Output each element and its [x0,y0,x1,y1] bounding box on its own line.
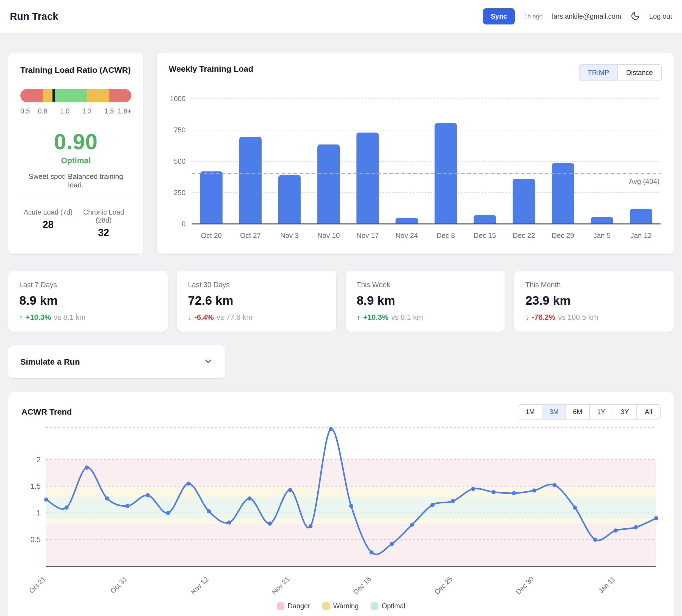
stat-delta: ↑+10.3%vs 8.1 km [357,313,494,322]
arrow-down-icon: ↓ [525,313,529,322]
stat-value: 23.9 km [525,293,663,308]
gauge-tick-label: 1.0 [60,107,69,115]
svg-text:0: 0 [182,220,185,228]
range-1m[interactable]: 1M [518,405,542,419]
stat-label: Last 30 Days [188,280,325,289]
stat-value: 72.6 km [188,293,325,308]
stat-comparison: vs 8.1 km [391,313,423,322]
trend-footer: Showing 31 days of data [21,615,661,616]
legend-item-warning: Warning [322,602,359,610]
svg-text:1000: 1000 [170,95,185,102]
svg-text:Jan 5: Jan 5 [593,232,611,239]
stat-value: 8.9 km [19,293,157,308]
svg-text:Nov 3: Nov 3 [280,232,299,239]
legend-label: Warning [333,602,359,610]
trend-card-title: ACWR Trend [21,407,72,416]
acwr-trend-card: ACWR Trend 1M3M6M1Y3YAll 0.511.52Oct 21O… [8,392,674,616]
stat-value: 8.9 km [357,293,494,308]
time-range-selector: 1M3M6M1Y3YAll [518,404,661,419]
acwr-loads: Acute Load (7d) 28 Chronic Load (28d) 32 [20,208,131,238]
chronic-load-label: Chronic Load (28d) [76,208,131,224]
svg-text:Nov 10: Nov 10 [317,232,340,239]
stat-delta-percent: +10.3% [363,313,389,322]
svg-text:Dec 16: Dec 16 [352,575,372,596]
svg-text:Jan 11: Jan 11 [597,575,617,595]
stat-delta: ↑+10.3%vs 8.1 km [19,313,157,322]
acwr-gauge [20,89,131,102]
svg-text:Oct 27: Oct 27 [240,232,261,239]
svg-text:Nov 21: Nov 21 [270,575,291,596]
metric-toggle: TRIMPDistance [579,64,662,81]
chronic-load-value: 32 [76,227,131,238]
acwr-value: 0.90 [20,129,131,154]
svg-text:Nov 12: Nov 12 [189,575,210,596]
svg-text:Avg (404): Avg (404) [629,178,659,185]
training-load-ratio-card: Training Load Ratio (ACWR) 0.50.81.01.31… [8,53,143,254]
gauge-current-marker [52,89,55,102]
stat-card-this-week: This Week8.9 km↑+10.3%vs 8.1 km [346,271,505,332]
stat-card-this-month: This Month23.9 km↓-76.2%vs 100.5 km [515,271,674,332]
acute-load: Acute Load (7d) 28 [20,208,76,238]
gauge-tick-label: 0.8 [38,107,47,115]
stat-label: This Month [525,280,663,289]
legend-item-danger: Danger [277,602,310,610]
dashboard: Training Load Ratio (ACWR) 0.50.81.01.31… [0,33,682,616]
weekly-training-load-card: Weekly Training Load TRIMPDistance 02505… [157,53,674,254]
range-3m[interactable]: 3M [542,405,566,419]
legend-label: Optimal [382,602,405,610]
stat-delta: ↓-6.4%vs 77.6 km [188,313,325,322]
svg-text:Jan 12: Jan 12 [630,232,652,239]
stat-comparison: vs 8.1 km [54,313,86,322]
range-all[interactable]: All [636,405,660,419]
range-6m[interactable]: 6M [566,405,589,419]
svg-text:Oct 31: Oct 31 [109,575,129,595]
gauge-tick-label: 1.3 [82,107,92,115]
range-1y[interactable]: 1Y [589,405,613,419]
acwr-card-title: Training Load Ratio (ACWR) [20,65,131,75]
svg-text:Oct 20: Oct 20 [201,232,222,239]
stat-card-last-30-days: Last 30 Days72.6 km↓-6.4%vs 77.6 km [177,271,336,332]
user-email: lars.ankile@gmail.com [552,13,621,20]
gauge-segment-danger [20,89,43,102]
last-sync-time: 1h ago [524,13,542,20]
weekly-card-title: Weekly Training Load [169,64,253,74]
svg-text:Dec 25: Dec 25 [433,575,454,596]
gauge-tick-label: 1.8+ [118,107,131,115]
svg-text:1.5: 1.5 [30,482,41,490]
dark-mode-toggle[interactable] [631,11,640,21]
app-title: Run Track [10,11,58,22]
acwr-description: Sweet spot! Balanced training load. [20,172,131,189]
header-controls: Sync 1h ago lars.ankile@gmail.com Log ou… [483,8,672,24]
arrow-down-icon: ↓ [188,313,192,322]
legend-swatch-optimal [371,602,378,610]
chevron-down-icon [203,356,213,367]
gauge-segment-optimal [53,89,87,102]
stat-card-last-7-days: Last 7 Days8.9 km↑+10.3%vs 8.1 km [8,271,167,332]
gauge-segment-warning [43,89,53,102]
svg-text:Dec 22: Dec 22 [513,232,535,239]
legend-swatch-warning [322,602,330,610]
simulate-run-panel[interactable]: Simulate a Run [8,345,225,378]
legend-swatch-danger [277,602,285,610]
svg-text:Nov 24: Nov 24 [395,232,418,239]
stat-delta-percent: -76.2% [532,313,555,322]
divider [20,200,131,200]
trend-legend: DangerWarningOptimal [21,602,661,610]
stats-row: Last 7 Days8.9 km↑+10.3%vs 8.1 kmLast 30… [8,271,674,332]
range-3y[interactable]: 3Y [613,405,636,419]
toggle-distance[interactable]: Distance [617,65,661,81]
svg-text:Oct 21: Oct 21 [27,575,47,595]
arrow-up-icon: ↑ [357,313,361,322]
logout-link[interactable]: Log out [649,13,672,20]
header: Run Track Sync 1h ago lars.ankile@gmail.… [0,0,682,33]
stat-delta-percent: -6.4% [195,313,214,322]
svg-text:Dec 29: Dec 29 [552,232,574,239]
stat-label: Last 7 Days [19,280,157,289]
weekly-bar-chart: 02505007501000Oct 20Oct 27Nov 3Nov 10Nov… [169,89,662,246]
gauge-tick-label: 0.5 [20,107,30,115]
toggle-trimp[interactable]: TRIMP [579,65,617,81]
svg-text:1: 1 [37,509,41,517]
sync-button[interactable]: Sync [483,8,515,24]
gauge-segment-warning [87,89,109,102]
stat-delta-percent: +10.3% [26,313,51,322]
